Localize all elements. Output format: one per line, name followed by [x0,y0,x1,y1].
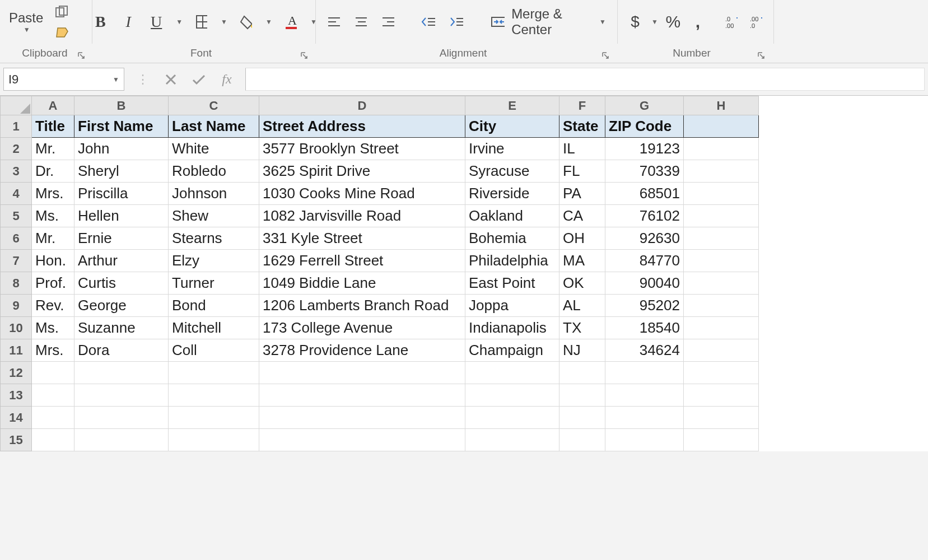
cell[interactable] [259,407,465,429]
cell[interactable] [559,407,605,429]
cell[interactable]: Ms. [32,205,74,227]
cell[interactable]: Hellen [74,205,169,227]
cell[interactable]: Rev. [32,295,74,317]
align-center-button[interactable] [351,12,371,31]
cell[interactable]: 18540 [605,317,684,339]
cell[interactable]: NJ [559,339,605,362]
row-header[interactable]: 15 [1,429,32,451]
cell[interactable] [684,295,759,317]
cell[interactable]: Joppa [465,295,559,317]
cell[interactable]: Stearns [169,227,259,250]
cell[interactable]: George [74,295,169,317]
row-header[interactable]: 12 [1,362,32,384]
increase-indent-button[interactable] [446,12,467,31]
cell[interactable] [74,362,169,384]
row-header[interactable]: 1 [1,115,32,138]
currency-button[interactable]: $ [626,11,645,33]
cell[interactable] [605,429,684,451]
cell[interactable]: OH [559,227,605,250]
cell[interactable] [605,362,684,384]
cell[interactable] [684,138,759,160]
cell[interactable]: 1082 Jarvisville Road [259,205,465,227]
cell[interactable] [32,429,74,451]
cell[interactable]: 76102 [605,205,684,227]
fill-color-button[interactable] [236,12,255,32]
chevron-down-icon[interactable]: ▼ [221,18,227,26]
cell[interactable] [684,115,759,138]
cell[interactable]: 1206 Lamberts Branch Road [259,295,465,317]
cell[interactable]: OK [559,272,605,295]
cell[interactable]: Curtis [74,272,169,295]
dialog-launcher-icon[interactable] [756,50,766,60]
cell[interactable]: 1030 Cooks Mine Road [259,183,465,205]
dialog-launcher-icon[interactable] [76,50,86,60]
cell[interactable]: Indianapolis [465,317,559,339]
enter-icon[interactable] [185,70,213,89]
name-box[interactable]: I9 ▼ [3,68,124,91]
row-header[interactable]: 6 [1,227,32,250]
cell[interactable]: 34624 [605,339,684,362]
cell[interactable]: Suzanne [74,317,169,339]
cell[interactable]: 3577 Brooklyn Street [259,138,465,160]
cell[interactable]: 3278 Providence Lane [259,339,465,362]
cell[interactable] [684,384,759,407]
insert-function-button[interactable]: fx [213,69,241,89]
cell[interactable]: 92630 [605,227,684,250]
cell[interactable]: Last Name [169,115,259,138]
cell[interactable] [559,429,605,451]
percent-button[interactable]: % [664,10,683,34]
cell[interactable]: City [465,115,559,138]
cell[interactable]: 90040 [605,272,684,295]
cell[interactable]: Syracuse [465,160,559,183]
cell[interactable]: 173 College Avenue [259,317,465,339]
cell[interactable] [559,362,605,384]
underline-button[interactable]: U [147,11,166,33]
column-header-A[interactable]: A [32,96,74,115]
cell[interactable] [605,384,684,407]
chevron-down-icon[interactable]: ▼ [265,18,272,26]
cell[interactable]: Dr. [32,160,74,183]
cell[interactable] [605,407,684,429]
row-header[interactable]: 9 [1,295,32,317]
cell[interactable]: 1629 Ferrell Street [259,250,465,272]
cell[interactable]: East Point [465,272,559,295]
cell[interactable] [684,160,759,183]
cell[interactable]: Mr. [32,138,74,160]
cell[interactable] [684,227,759,250]
align-right-button[interactable] [378,12,398,31]
cell[interactable] [465,362,559,384]
decrease-indent-button[interactable] [418,12,438,31]
cell[interactable]: ZIP Code [605,115,684,138]
cell[interactable]: 84770 [605,250,684,272]
cell[interactable] [465,407,559,429]
column-header-F[interactable]: F [559,96,605,115]
cell[interactable] [259,384,465,407]
row-header[interactable]: 3 [1,160,32,183]
cell[interactable] [169,429,259,451]
cell[interactable]: State [559,115,605,138]
cell[interactable]: Champaign [465,339,559,362]
cell[interactable]: Street Address [259,115,465,138]
cell[interactable] [684,317,759,339]
cell[interactable]: John [74,138,169,160]
cell[interactable]: TX [559,317,605,339]
cell[interactable] [169,384,259,407]
merge-center-button[interactable]: Merge & Center ▼ [487,4,609,40]
cell[interactable] [684,407,759,429]
borders-button[interactable] [192,12,211,32]
column-header-C[interactable]: C [169,96,259,115]
cell[interactable] [32,407,74,429]
cell[interactable]: Dora [74,339,169,362]
cell[interactable]: Priscilla [74,183,169,205]
decrease-decimal-button[interactable]: .00.0 [747,12,766,31]
cell[interactable]: Mrs. [32,183,74,205]
cell[interactable]: Bohemia [465,227,559,250]
cell[interactable]: Johnson [169,183,259,205]
row-header[interactable]: 5 [1,205,32,227]
cell[interactable]: Coll [169,339,259,362]
row-header[interactable]: 4 [1,183,32,205]
font-color-button[interactable]: A [281,11,300,32]
cell[interactable]: IL [559,138,605,160]
cell[interactable] [684,429,759,451]
cell[interactable] [74,407,169,429]
